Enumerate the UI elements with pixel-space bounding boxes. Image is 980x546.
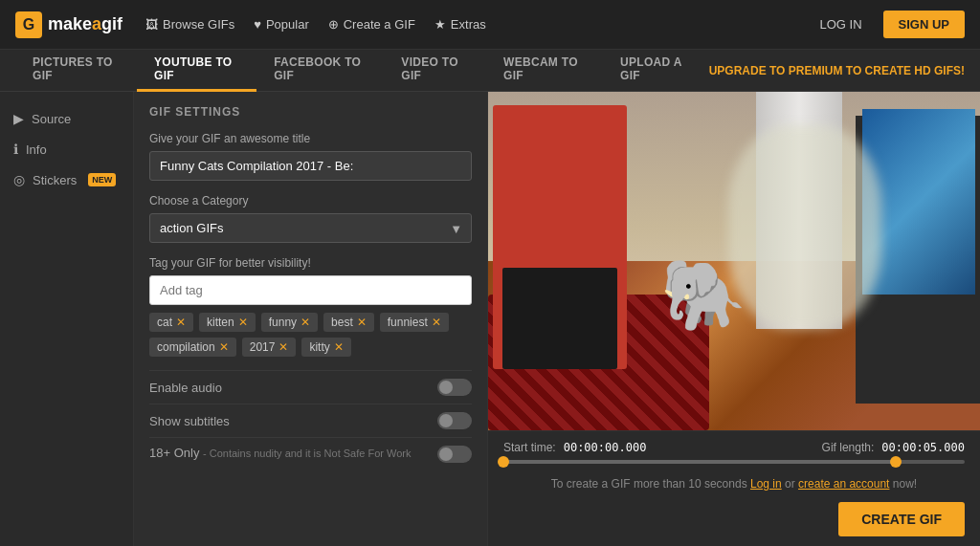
gif-settings-title: GIF SETTINGS <box>149 105 472 119</box>
create-icon: ⊕ <box>328 17 339 32</box>
info-icon: ℹ <box>13 142 18 157</box>
timeline-slider[interactable] <box>503 460 965 464</box>
create-gif-button[interactable]: CREATE GIF <box>838 502 965 536</box>
start-time-label: Start time: <box>503 441 556 454</box>
gif-length-label: Gif length: <box>822 441 875 454</box>
sidebar-item-info[interactable]: ℹ Info <box>0 134 133 164</box>
tag-kitten: kitten ✕ <box>199 313 256 332</box>
gif-length-group: Gif length: 00:00:05.000 <box>822 441 965 454</box>
tab-video-to-gif[interactable]: VIDEO TO GIF <box>384 50 486 92</box>
tab-facebook-to-gif[interactable]: FACEBOOK TO GIF <box>256 50 384 92</box>
logo-icon: G <box>15 11 42 38</box>
nsfw-label: 18+ Only <box>149 446 199 460</box>
remove-tag-kitty[interactable]: ✕ <box>334 340 344 354</box>
shelf-dark-thing <box>502 268 617 369</box>
extras-icon: ★ <box>434 17 446 32</box>
nsfw-sub: - Contains nudity and it is Not Safe For… <box>203 448 411 459</box>
remove-tag-best[interactable]: ✕ <box>357 316 367 329</box>
cat-blur <box>728 125 881 328</box>
new-badge: NEW <box>88 173 116 186</box>
tag-compilation: compilation ✕ <box>149 338 236 357</box>
video-panel: 🐘 Start time: 00:00:00.000 Gif length: <box>488 92 980 546</box>
tag-cat: cat ✕ <box>149 313 193 332</box>
tag-funny: funny ✕ <box>261 313 318 332</box>
logo-text: makeagif <box>48 14 122 34</box>
second-nav: PICTURES TO GIF YOUTUBE TO GIF FACEBOOK … <box>0 50 980 92</box>
subtitles-toggle-row: Show subtitles <box>149 404 472 437</box>
sidebar-item-source[interactable]: ▶ Source <box>0 103 133 134</box>
logo[interactable]: G makeagif <box>15 11 122 38</box>
remove-tag-compilation[interactable]: ✕ <box>219 340 229 354</box>
slider-fill <box>503 460 896 464</box>
tag-funniest: funniest ✕ <box>380 313 449 332</box>
main-content: ▶ Source ℹ Info ◎ Stickers NEW GIF SETTI… <box>0 92 980 546</box>
video-scene: 🐘 <box>488 92 980 430</box>
remove-tag-funniest[interactable]: ✕ <box>432 316 441 329</box>
slider-thumb-end[interactable] <box>890 456 902 468</box>
tab-webcam-to-gif[interactable]: WEBCAM TO GIF <box>486 50 603 92</box>
nsfw-label-group: 18+ Only - Contains nudity and it is Not… <box>149 446 411 460</box>
tags-container: cat ✕ kitten ✕ funny ✕ best ✕ funniest ✕… <box>149 313 472 357</box>
slider-thumb-start[interactable] <box>498 456 509 468</box>
time-row: Start time: 00:00:00.000 Gif length: 00:… <box>503 441 965 454</box>
remove-tag-cat[interactable]: ✕ <box>176 316 186 329</box>
gif-title-input[interactable] <box>149 151 472 181</box>
title-field-label: Give your GIF an awesome title <box>149 132 472 145</box>
tab-youtube-to-gif[interactable]: YOUTUBE TO GIF <box>137 50 256 92</box>
top-nav: G makeagif 🖼 Browse GIFs ♥ Popular ⊕ Cre… <box>0 0 980 50</box>
create-account-link[interactable]: create an account <box>798 477 889 491</box>
remove-tag-kitten[interactable]: ✕ <box>238 316 248 329</box>
tag-2017: 2017 ✕ <box>242 338 297 357</box>
audio-label: Enable audio <box>149 381 222 395</box>
second-nav-links: PICTURES TO GIF YOUTUBE TO GIF FACEBOOK … <box>15 50 709 92</box>
audio-toggle-row: Enable audio <box>149 370 472 404</box>
upgrade-text[interactable]: UPGRADE TO PREMIUM TO CREATE HD GIFS! <box>709 64 965 77</box>
nav-browse-gifs[interactable]: 🖼 Browse GIFs <box>145 17 234 32</box>
start-time-value: 00:00:00.000 <box>564 441 647 454</box>
nsfw-toggle[interactable] <box>437 446 472 463</box>
nav-extras[interactable]: ★ Extras <box>434 17 486 32</box>
gif-settings-panel: GIF SETTINGS Give your GIF an awesome ti… <box>134 92 488 546</box>
login-link[interactable]: Log in <box>750 477 782 491</box>
source-icon: ▶ <box>13 111 24 126</box>
subtitles-label: Show subtitles <box>149 414 230 428</box>
tag-best: best ✕ <box>323 313 374 332</box>
video-area: 🐘 <box>488 92 980 430</box>
time-bar: Start time: 00:00:00.000 Gif length: 00:… <box>488 430 980 546</box>
start-time-group: Start time: 00:00:00.000 <box>503 441 646 454</box>
stickers-icon: ◎ <box>13 172 25 187</box>
remove-tag-2017[interactable]: ✕ <box>278 340 288 354</box>
category-select[interactable]: action GIFs funny GIFs animal GIFs cute … <box>149 213 472 243</box>
top-nav-links: 🖼 Browse GIFs ♥ Popular ⊕ Create a GIF ★… <box>145 17 808 32</box>
category-label: Choose a Category <box>149 194 472 207</box>
info-row: To create a GIF more than 10 seconds Log… <box>503 471 965 496</box>
remove-tag-funny[interactable]: ✕ <box>301 316 310 329</box>
browse-icon: 🖼 <box>145 17 158 32</box>
nav-popular[interactable]: ♥ Popular <box>254 17 309 32</box>
nav-right: LOG IN SIGN UP <box>808 11 965 38</box>
subtitles-toggle[interactable] <box>437 412 472 429</box>
sidebar-item-stickers[interactable]: ◎ Stickers NEW <box>0 164 133 195</box>
popular-icon: ♥ <box>254 17 261 32</box>
tab-upload-gif[interactable]: UPLOAD A GIF <box>603 50 709 92</box>
gif-length-value: 00:00:05.000 <box>881 441 965 454</box>
login-button[interactable]: LOG IN <box>808 11 873 37</box>
nsfw-row: 18+ Only - Contains nudity and it is Not… <box>149 437 472 470</box>
create-row: CREATE GIF <box>503 496 965 538</box>
tab-pictures-to-gif[interactable]: PICTURES TO GIF <box>15 50 137 92</box>
signup-button[interactable]: SIGN UP <box>883 11 965 38</box>
nav-create-gif[interactable]: ⊕ Create a GIF <box>328 17 415 32</box>
tag-input[interactable] <box>149 275 472 305</box>
category-wrapper: action GIFs funny GIFs animal GIFs cute … <box>149 213 472 243</box>
tag-kitty: kitty ✕ <box>301 338 350 357</box>
tag-label: Tag your GIF for better visibility! <box>149 256 472 270</box>
audio-toggle[interactable] <box>437 379 472 396</box>
sidebar: ▶ Source ℹ Info ◎ Stickers NEW <box>0 92 134 546</box>
